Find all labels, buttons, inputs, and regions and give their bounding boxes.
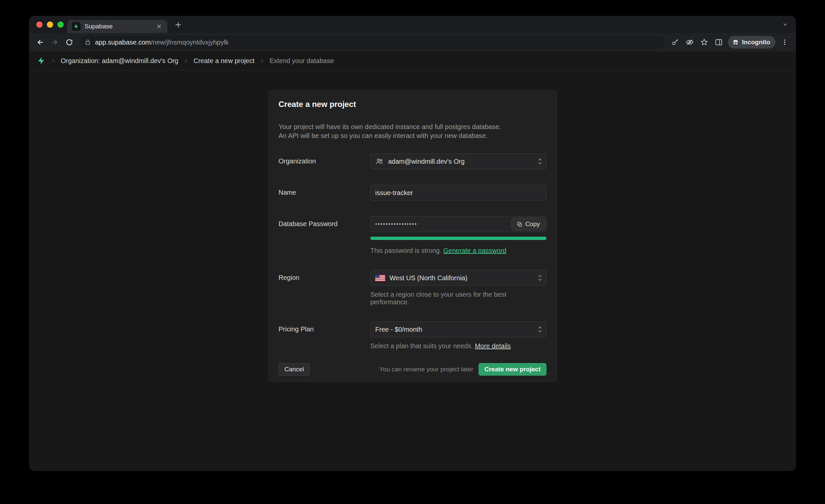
supabase-logo-icon[interactable]	[37, 57, 46, 65]
organization-row: Organization adam@windmill.dev's Org	[269, 146, 556, 177]
region-select[interactable]: West US (North California)	[370, 270, 546, 286]
url-host: app.supabase.com	[95, 39, 151, 46]
select-chevrons-icon	[537, 157, 543, 166]
card-footer: Cancel You can rename your project later…	[269, 357, 556, 381]
organization-people-icon	[375, 157, 384, 166]
browser-menu-icon[interactable]	[777, 35, 792, 50]
address-bar[interactable]: app.supabase.com/new/jfnsmqoynldvxjyhpyl…	[80, 35, 665, 49]
pricing-plan-helper-text: Select a plan that suits your needs.	[370, 342, 473, 350]
incognito-icon	[732, 39, 739, 46]
region-row: Region West US (North California) Select…	[269, 262, 556, 313]
password-key-icon[interactable]	[668, 35, 682, 50]
tab-list-chevron-icon[interactable]	[779, 19, 791, 30]
generate-password-link[interactable]: Generate a password	[443, 247, 506, 254]
card-title: Create a new project	[279, 100, 546, 109]
create-new-project-button[interactable]: Create new project	[478, 363, 546, 376]
card-description: Your project will have its own dedicated…	[269, 116, 556, 146]
eye-off-icon[interactable]	[682, 35, 697, 50]
browser-tab[interactable]: Supabase	[67, 20, 167, 33]
password-row: Database Password Copy	[269, 208, 556, 262]
page-content: Organization: adam@windmill.dev's Org Cr…	[29, 52, 796, 471]
description-line-1: Your project will have its own dedicated…	[279, 123, 546, 131]
project-name-input[interactable]	[370, 185, 546, 201]
organization-label: Organization	[279, 153, 370, 169]
card-header: Create a new project	[269, 90, 556, 116]
fullscreen-window-button[interactable]	[57, 21, 64, 28]
more-details-link[interactable]: More details	[475, 342, 511, 350]
region-label: Region	[279, 270, 370, 306]
password-helper: This password is strong. Generate a pass…	[370, 247, 546, 255]
tab-close-icon[interactable]	[155, 22, 163, 31]
organization-select[interactable]: adam@windmill.dev's Org	[370, 153, 546, 169]
window-controls	[36, 21, 64, 28]
pricing-plan-helper: Select a plan that suits your needs. Mor…	[370, 342, 546, 350]
new-tab-button[interactable]	[172, 19, 184, 31]
breadcrumb-organization[interactable]: Organization: adam@windmill.dev's Org	[61, 57, 178, 65]
breadcrumb-extend-database: Extend your database	[270, 57, 334, 65]
pricing-plan-value: Free - $0/month	[375, 326, 422, 333]
bookmark-star-icon[interactable]	[697, 35, 711, 50]
secure-lock-icon[interactable]	[84, 39, 91, 46]
cancel-button[interactable]: Cancel	[279, 363, 310, 376]
minimize-window-button[interactable]	[47, 21, 53, 28]
password-label: Database Password	[279, 216, 370, 255]
footer-note: You can rename your project later	[379, 366, 473, 373]
pricing-plan-row: Pricing Plan Free - $0/month Select a pl…	[269, 313, 556, 357]
incognito-badge[interactable]: Incognito	[728, 36, 775, 49]
side-panel-icon[interactable]	[711, 35, 726, 50]
desktop: Supabase	[0, 0, 825, 504]
password-strength-bar	[370, 237, 546, 240]
password-strength-text: This password is strong.	[370, 247, 442, 254]
url-text: app.supabase.com/new/jfnsmqoynldvxjyhpyl…	[95, 39, 229, 46]
tab-title: Supabase	[84, 23, 151, 30]
copy-password-button[interactable]: Copy	[512, 218, 545, 230]
tab-strip: Supabase	[29, 16, 796, 33]
incognito-label: Incognito	[742, 39, 770, 46]
pricing-plan-label: Pricing Plan	[279, 321, 370, 350]
supabase-favicon-icon	[72, 22, 80, 31]
copy-icon	[516, 221, 523, 227]
back-button[interactable]	[33, 35, 48, 50]
chevron-right-icon	[259, 58, 265, 63]
close-window-button[interactable]	[36, 21, 43, 28]
create-project-card: Create a new project Your project will h…	[268, 90, 557, 382]
select-chevrons-icon	[537, 273, 543, 283]
select-chevrons-icon	[537, 325, 543, 334]
description-line-2: An API will be set up so you can easily …	[279, 131, 546, 140]
name-row: Name	[269, 177, 556, 208]
us-flag-icon	[375, 275, 385, 282]
breadcrumb-create-project[interactable]: Create a new project	[194, 57, 254, 65]
browser-toolbar: app.supabase.com/new/jfnsmqoynldvxjyhpyl…	[29, 33, 796, 52]
chevron-right-icon	[51, 58, 56, 63]
name-label: Name	[279, 185, 370, 201]
organization-value: adam@windmill.dev's Org	[388, 158, 465, 165]
reload-button[interactable]	[62, 35, 77, 50]
forward-button[interactable]	[48, 35, 62, 50]
browser-window: Supabase	[29, 16, 796, 471]
breadcrumb: Organization: adam@windmill.dev's Org Cr…	[29, 52, 796, 70]
chevron-right-icon	[183, 58, 189, 63]
url-path: /new/jfnsmqoynldvxjyhpylk	[151, 39, 229, 46]
copy-label: Copy	[525, 220, 540, 228]
pricing-plan-select[interactable]: Free - $0/month	[370, 321, 546, 337]
region-value: West US (North California)	[389, 274, 467, 282]
region-helper: Select a region close to your users for …	[370, 291, 546, 306]
